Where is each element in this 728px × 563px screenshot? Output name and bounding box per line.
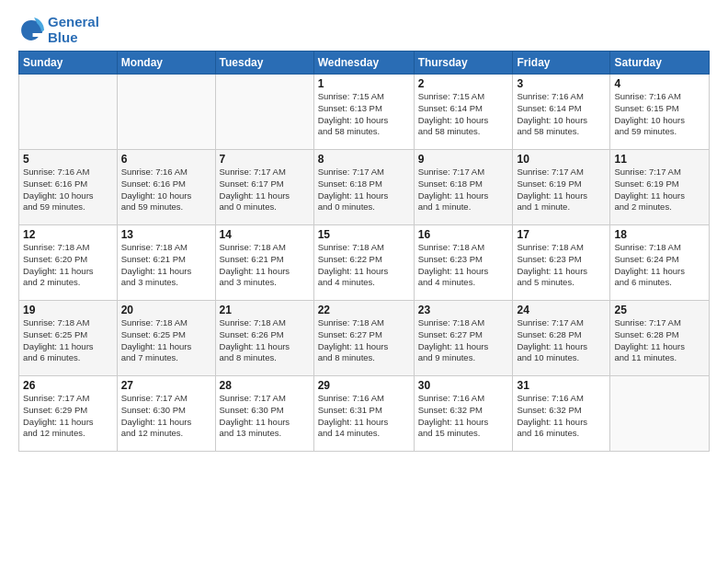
day-info: Sunrise: 7:15 AM Sunset: 6:13 PM Dayligh… — [318, 91, 410, 138]
day-number: 4 — [614, 77, 705, 90]
day-info: Sunrise: 7:16 AM Sunset: 6:16 PM Dayligh… — [121, 167, 211, 213]
day-cell-28: 28Sunrise: 7:17 AM Sunset: 6:30 PM Dayli… — [215, 376, 313, 452]
weekday-header-sunday: Sunday — [19, 52, 118, 75]
day-number: 12 — [23, 228, 113, 241]
day-info: Sunrise: 7:18 AM Sunset: 6:27 PM Dayligh… — [318, 317, 410, 364]
day-info: Sunrise: 7:16 AM Sunset: 6:32 PM Dayligh… — [418, 393, 509, 440]
day-cell-1: 1Sunrise: 7:15 AM Sunset: 6:13 PM Daylig… — [313, 75, 414, 150]
day-number: 27 — [121, 379, 211, 392]
day-number: 30 — [418, 379, 509, 392]
day-info: Sunrise: 7:18 AM Sunset: 6:25 PM Dayligh… — [121, 317, 211, 364]
day-cell-29: 29Sunrise: 7:16 AM Sunset: 6:31 PM Dayli… — [313, 376, 414, 452]
day-info: Sunrise: 7:17 AM Sunset: 6:30 PM Dayligh… — [220, 393, 310, 440]
day-info: Sunrise: 7:16 AM Sunset: 6:32 PM Dayligh… — [517, 393, 606, 440]
day-cell-2: 2Sunrise: 7:15 AM Sunset: 6:14 PM Daylig… — [414, 75, 513, 150]
day-number: 25 — [614, 304, 705, 316]
day-number: 14 — [220, 228, 310, 241]
day-info: Sunrise: 7:17 AM Sunset: 6:18 PM Dayligh… — [418, 167, 509, 213]
calendar-table: SundayMondayTuesdayWednesdayThursdayFrid… — [18, 51, 710, 452]
day-cell-17: 17Sunrise: 7:18 AM Sunset: 6:23 PM Dayli… — [513, 225, 610, 301]
day-cell-31: 31Sunrise: 7:16 AM Sunset: 6:32 PM Dayli… — [513, 376, 610, 452]
day-cell-3: 3Sunrise: 7:16 AM Sunset: 6:14 PM Daylig… — [513, 75, 610, 150]
day-number: 5 — [23, 153, 113, 166]
day-info: Sunrise: 7:17 AM Sunset: 6:29 PM Dayligh… — [23, 393, 113, 440]
day-info: Sunrise: 7:17 AM Sunset: 6:19 PM Dayligh… — [517, 167, 606, 213]
day-cell-26: 26Sunrise: 7:17 AM Sunset: 6:29 PM Dayli… — [19, 376, 118, 452]
day-info: Sunrise: 7:18 AM Sunset: 6:27 PM Dayligh… — [418, 317, 509, 364]
weekday-header-saturday: Saturday — [610, 52, 710, 75]
day-info: Sunrise: 7:18 AM Sunset: 6:23 PM Dayligh… — [418, 242, 509, 289]
weekday-header-row: SundayMondayTuesdayWednesdayThursdayFrid… — [19, 52, 710, 75]
day-cell-19: 19Sunrise: 7:18 AM Sunset: 6:25 PM Dayli… — [19, 301, 118, 376]
day-cell-6: 6Sunrise: 7:16 AM Sunset: 6:16 PM Daylig… — [117, 150, 215, 225]
day-cell-18: 18Sunrise: 7:18 AM Sunset: 6:24 PM Dayli… — [610, 225, 710, 301]
day-number: 19 — [23, 304, 113, 316]
day-info: Sunrise: 7:16 AM Sunset: 6:31 PM Dayligh… — [318, 393, 410, 440]
day-cell-7: 7Sunrise: 7:17 AM Sunset: 6:17 PM Daylig… — [215, 150, 313, 225]
day-number: 28 — [220, 379, 310, 392]
day-cell-13: 13Sunrise: 7:18 AM Sunset: 6:21 PM Dayli… — [117, 225, 215, 301]
day-info: Sunrise: 7:18 AM Sunset: 6:21 PM Dayligh… — [121, 242, 211, 289]
day-number: 31 — [517, 379, 606, 392]
day-number: 2 — [418, 77, 509, 90]
header: General Blue — [18, 15, 710, 45]
week-row-4: 19Sunrise: 7:18 AM Sunset: 6:25 PM Dayli… — [19, 301, 710, 376]
day-info: Sunrise: 7:17 AM Sunset: 6:28 PM Dayligh… — [614, 317, 705, 364]
day-info: Sunrise: 7:18 AM Sunset: 6:23 PM Dayligh… — [517, 242, 606, 289]
logo: General Blue — [18, 15, 99, 45]
day-cell-15: 15Sunrise: 7:18 AM Sunset: 6:22 PM Dayli… — [313, 225, 414, 301]
day-cell-23: 23Sunrise: 7:18 AM Sunset: 6:27 PM Dayli… — [414, 301, 513, 376]
weekday-header-friday: Friday — [513, 52, 610, 75]
day-cell-24: 24Sunrise: 7:17 AM Sunset: 6:28 PM Dayli… — [513, 301, 610, 376]
day-cell-11: 11Sunrise: 7:17 AM Sunset: 6:19 PM Dayli… — [610, 150, 710, 225]
day-info: Sunrise: 7:18 AM Sunset: 6:20 PM Dayligh… — [23, 242, 113, 289]
day-number: 1 — [318, 77, 410, 90]
day-cell-25: 25Sunrise: 7:17 AM Sunset: 6:28 PM Dayli… — [610, 301, 710, 376]
day-number: 10 — [517, 153, 606, 166]
day-number: 16 — [418, 228, 509, 241]
day-cell-10: 10Sunrise: 7:17 AM Sunset: 6:19 PM Dayli… — [513, 150, 610, 225]
page: General Blue SundayMondayTuesdayWednesda… — [0, 0, 728, 461]
day-cell-16: 16Sunrise: 7:18 AM Sunset: 6:23 PM Dayli… — [414, 225, 513, 301]
day-cell-12: 12Sunrise: 7:18 AM Sunset: 6:20 PM Dayli… — [19, 225, 118, 301]
logo-text: General Blue — [48, 15, 99, 45]
day-info: Sunrise: 7:18 AM Sunset: 6:26 PM Dayligh… — [220, 317, 310, 364]
day-number: 20 — [121, 304, 211, 316]
logo-icon — [18, 17, 44, 43]
day-cell-21: 21Sunrise: 7:18 AM Sunset: 6:26 PM Dayli… — [215, 301, 313, 376]
day-number: 8 — [318, 153, 410, 166]
day-number: 24 — [517, 304, 606, 316]
week-row-5: 26Sunrise: 7:17 AM Sunset: 6:29 PM Dayli… — [19, 376, 710, 452]
day-info: Sunrise: 7:16 AM Sunset: 6:14 PM Dayligh… — [517, 91, 606, 138]
day-info: Sunrise: 7:17 AM Sunset: 6:17 PM Dayligh… — [220, 167, 310, 213]
weekday-header-thursday: Thursday — [414, 52, 513, 75]
day-number: 21 — [220, 304, 310, 316]
day-number: 29 — [318, 379, 410, 392]
weekday-header-tuesday: Tuesday — [215, 52, 313, 75]
day-info: Sunrise: 7:16 AM Sunset: 6:16 PM Dayligh… — [23, 167, 113, 213]
day-number: 23 — [418, 304, 509, 316]
day-number: 6 — [121, 153, 211, 166]
empty-cell — [610, 376, 710, 452]
day-number: 15 — [318, 228, 410, 241]
day-cell-9: 9Sunrise: 7:17 AM Sunset: 6:18 PM Daylig… — [414, 150, 513, 225]
weekday-header-wednesday: Wednesday — [313, 52, 414, 75]
day-info: Sunrise: 7:18 AM Sunset: 6:21 PM Dayligh… — [220, 242, 310, 289]
empty-cell — [19, 75, 118, 150]
day-number: 11 — [614, 153, 705, 166]
day-cell-4: 4Sunrise: 7:16 AM Sunset: 6:15 PM Daylig… — [610, 75, 710, 150]
day-number: 13 — [121, 228, 211, 241]
day-number: 9 — [418, 153, 509, 166]
week-row-3: 12Sunrise: 7:18 AM Sunset: 6:20 PM Dayli… — [19, 225, 710, 301]
day-number: 18 — [614, 228, 705, 241]
day-cell-20: 20Sunrise: 7:18 AM Sunset: 6:25 PM Dayli… — [117, 301, 215, 376]
week-row-2: 5Sunrise: 7:16 AM Sunset: 6:16 PM Daylig… — [19, 150, 710, 225]
day-number: 7 — [220, 153, 310, 166]
day-info: Sunrise: 7:16 AM Sunset: 6:15 PM Dayligh… — [614, 91, 705, 138]
day-cell-5: 5Sunrise: 7:16 AM Sunset: 6:16 PM Daylig… — [19, 150, 118, 225]
day-info: Sunrise: 7:17 AM Sunset: 6:18 PM Dayligh… — [318, 167, 410, 213]
day-cell-27: 27Sunrise: 7:17 AM Sunset: 6:30 PM Dayli… — [117, 376, 215, 452]
day-number: 3 — [517, 77, 606, 90]
day-cell-14: 14Sunrise: 7:18 AM Sunset: 6:21 PM Dayli… — [215, 225, 313, 301]
empty-cell — [215, 75, 313, 150]
